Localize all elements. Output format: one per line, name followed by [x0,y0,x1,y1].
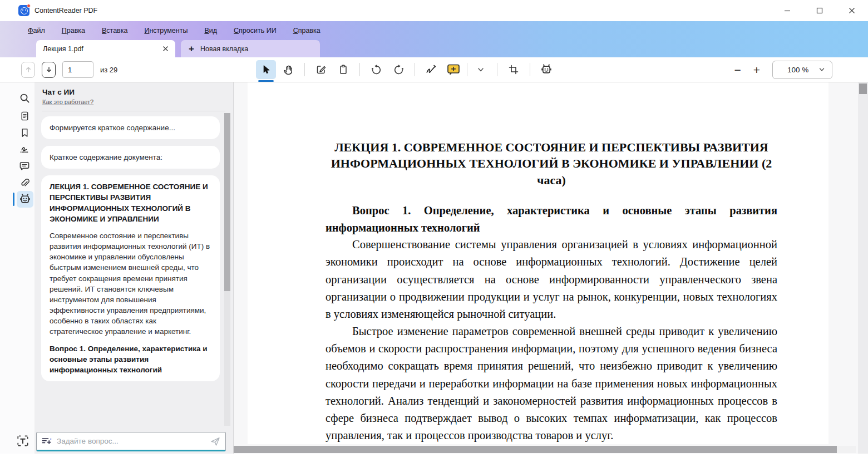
crop-tool-button[interactable] [504,60,524,79]
edit-pencil-icon [315,64,327,75]
ai-assistant-button[interactable] [536,60,556,79]
horizontal-scrollbar[interactable] [234,446,856,453]
ask-question-input[interactable] [57,437,205,445]
chat-input-row [36,432,226,451]
toolbar-separator [530,63,530,76]
zoom-level-dropdown[interactable]: 100 % [772,61,832,79]
toolbar-separator [467,63,467,76]
chevron-down-icon [477,66,485,73]
crop-icon [508,64,519,75]
sidebar-pages-button[interactable] [17,108,32,124]
main-area: Чат с ИИ Как это работает? Формируется к… [0,82,868,454]
new-tab-button[interactable]: + Новая вкладка [181,40,320,57]
chat-header: Чат с ИИ Как это работает? [34,82,233,111]
robot-icon [19,193,31,205]
chat-scrollbar[interactable] [224,113,230,426]
zoom-out-button[interactable]: − [734,64,741,76]
tab-active-document[interactable]: Лекция 1.pdf [36,40,175,57]
page-down-button[interactable] [42,62,56,78]
page-total-label: из 29 [100,66,117,74]
text-recognition-button[interactable] [15,433,31,449]
ask-input-container [36,432,226,451]
chat-message: Формируется краткое содержание... [41,116,220,139]
app-logo-icon [18,5,29,16]
title-bar: ContentReader PDF [0,0,868,21]
chat-messages: Формируется краткое содержание... Кратко… [34,111,233,429]
vertical-scrollbar[interactable] [858,82,868,454]
page-content: ЛЕКЦИЯ 1. СОВРЕМЕННОЕ СОСТОЯНИЕ И ПЕРСПЕ… [326,139,777,444]
zoom-in-button[interactable]: + [753,64,760,76]
comment-options-chevron[interactable] [471,60,491,79]
minimize-icon [784,7,791,14]
sidebar-search-button[interactable] [17,90,32,106]
arrow-up-icon [25,66,32,73]
menu-edit[interactable]: Правка [62,27,85,35]
app-window: ContentReader PDF Файл Правка Вставка Ин… [0,0,868,472]
paperclip-icon [19,177,30,188]
tab-close-button[interactable] [162,46,169,52]
comment-icon [19,160,30,171]
sidebar-comments-button[interactable] [17,158,32,174]
menu-ask-ai[interactable]: Спросить ИИ [234,27,277,35]
page-navigation: из 29 [21,57,117,82]
pdf-page[interactable]: ЛЕКЦИЯ 1. СОВРЕМЕННОЕ СОСТОЯНИЕ И ПЕРСПЕ… [248,82,828,444]
chat-help-link[interactable]: Как это работает? [42,99,93,105]
chat-title: Чат с ИИ [42,88,225,96]
add-comment-icon [447,63,461,76]
sidebar-signature-button[interactable] [17,141,32,157]
vertical-scrollbar-thumb[interactable] [859,83,867,94]
sidebar-ai-chat-button[interactable] [17,191,33,208]
ai-chat-panel: Чат с ИИ Как это работает? Формируется к… [34,82,234,454]
clipboard-tool-button[interactable] [333,60,353,79]
close-icon [849,7,855,14]
menu-tools[interactable]: Инструменты [144,27,188,35]
document-title: ЛЕКЦИЯ 1. СОВРЕМЕННОЕ СОСТОЯНИЕ И ПЕРСПЕ… [326,139,777,188]
new-tab-label: Новая вкладка [200,45,248,53]
send-icon[interactable] [210,436,221,447]
maximize-icon [816,7,823,14]
summary-subheading: Вопрос 1. Определение, характеристика и … [50,343,211,375]
page-number-input[interactable] [62,61,93,78]
add-comment-button[interactable] [443,60,463,79]
select-tool-button[interactable] [256,60,276,79]
document-paragraph: Быстрое изменение параметров современной… [326,323,777,444]
menu-insert[interactable]: Вставка [102,27,127,35]
toolbar: из 29 [0,57,868,82]
horizontal-scrollbar-thumb[interactable] [234,446,837,453]
sidebar-icon-strip [0,82,34,454]
close-icon [162,46,169,52]
sidebar-attachments-button[interactable] [17,175,32,190]
window-controls [771,0,868,21]
plus-icon: + [189,44,194,53]
chevron-down-icon [818,66,825,73]
menu-help[interactable]: Справка [293,27,320,35]
toolbar-tools [255,57,558,82]
close-button[interactable] [836,0,868,21]
toolbar-separator [497,63,497,76]
summary-heading: ЛЕКЦИЯ 1. СОВРЕМЕННОЕ СОСТОЯНИЕ И ПЕРСПЕ… [50,181,211,224]
robot-icon [540,63,553,76]
signature-pen-button[interactable] [421,60,441,79]
summary-body: Современное состояние и перспективы разв… [50,230,211,337]
rotate-left-button[interactable] [366,60,386,79]
toolbar-separator [415,63,415,76]
page-up-button[interactable] [21,62,35,78]
tab-label: Лекция 1.pdf [43,45,83,53]
arrow-down-icon [46,66,52,73]
sidebar-bookmarks-button[interactable] [17,125,32,140]
search-icon [19,92,31,104]
menu-file[interactable]: Файл [28,27,45,35]
hand-tool-button[interactable] [278,60,298,79]
rotate-right-button[interactable] [388,60,408,79]
chat-scrollbar-thumb[interactable] [224,113,230,291]
maximize-button[interactable] [803,0,836,21]
hand-icon [283,64,294,76]
prompt-sparkle-icon [41,436,52,446]
menu-view[interactable]: Вид [204,27,217,35]
minimize-button[interactable] [771,0,803,21]
chat-summary-message: ЛЕКЦИЯ 1. СОВРЕМЕННОЕ СОСТОЯНИЕ И ПЕРСПЕ… [41,175,220,381]
toolbar-separator [304,63,305,76]
edit-tool-button[interactable] [311,60,331,79]
tab-bar: Лекция 1.pdf + Новая вкладка [0,40,868,57]
rotate-left-icon [371,64,382,76]
